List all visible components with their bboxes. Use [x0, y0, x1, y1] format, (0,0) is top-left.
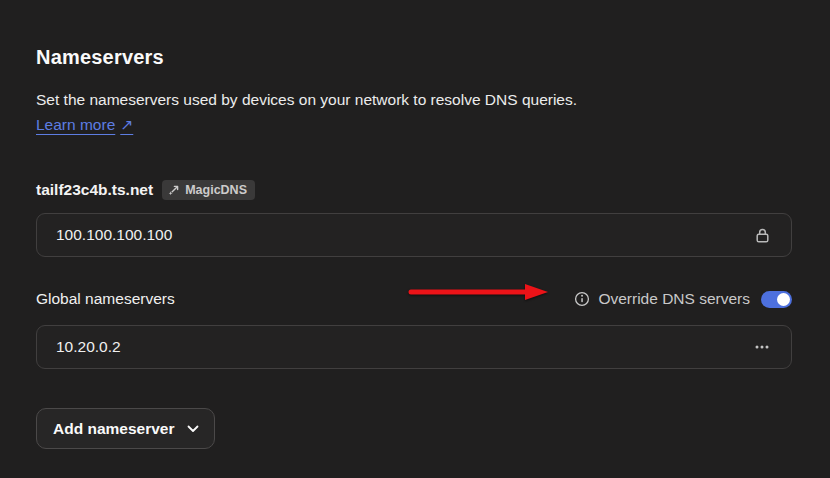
learn-more-label: Learn more — [36, 116, 115, 134]
tailnet-domain-name: tailf23c4b.ts.net — [36, 181, 153, 199]
add-nameserver-label: Add nameserver — [53, 420, 174, 438]
ellipsis-menu-icon[interactable] — [747, 332, 777, 362]
global-nameserver-field — [36, 325, 792, 369]
add-nameserver-button[interactable]: Add nameserver — [36, 408, 215, 449]
override-dns-servers-label: Override DNS servers — [598, 290, 750, 308]
dns-settings-panel: Nameservers Set the nameservers used by … — [0, 0, 830, 478]
magicdns-domain-row: tailf23c4b.ts.net MagicDNS — [36, 180, 792, 200]
learn-more-link[interactable]: Learn more↗ — [36, 116, 133, 134]
magicdns-resolver-field — [36, 213, 792, 257]
global-nameserver-input[interactable] — [56, 338, 747, 356]
magicdns-sparkle-arrow-icon — [168, 184, 180, 196]
info-icon — [574, 291, 590, 307]
lock-icon — [747, 220, 777, 250]
global-nameservers-header-row: Global nameservers Override DNS servers — [36, 286, 792, 312]
magicdns-badge-label: MagicDNS — [185, 183, 247, 197]
override-dns-servers-toggle[interactable] — [761, 291, 792, 308]
toggle-knob — [777, 293, 790, 306]
global-nameservers-label: Global nameservers — [36, 290, 175, 308]
magicdns-resolver-input[interactable] — [56, 226, 747, 244]
override-dns-servers-control[interactable]: Override DNS servers — [574, 290, 792, 308]
magicdns-badge: MagicDNS — [162, 180, 255, 200]
page-description: Set the nameservers used by devices on y… — [36, 89, 792, 111]
chevron-down-icon — [187, 425, 199, 433]
red-annotation-arrow — [408, 282, 550, 302]
external-link-arrow-icon: ↗ — [120, 116, 133, 134]
page-title: Nameservers — [36, 46, 792, 69]
